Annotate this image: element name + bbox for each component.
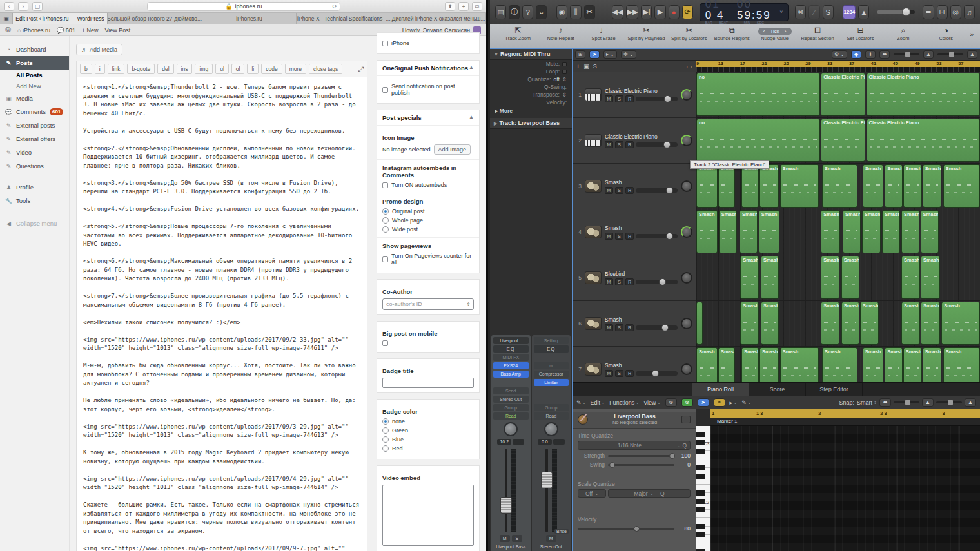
midi-region[interactable]: Smash [740, 256, 759, 299]
track-m-button[interactable]: M [605, 95, 613, 102]
list-editors-icon[interactable]: ≣ [923, 5, 934, 19]
region-param-transpose[interactable]: Transpose:⇕ [490, 91, 572, 99]
track-volume-slider[interactable] [636, 280, 678, 284]
strip-slot[interactable] [493, 379, 529, 386]
velocity-slider[interactable] [578, 528, 674, 530]
controlbar-note-repeat[interactable]: ♪Note Repeat [539, 26, 582, 41]
midi-region[interactable]: Smash [759, 210, 779, 253]
white-key[interactable] [696, 451, 710, 459]
strip-m-button[interactable]: M [546, 535, 556, 542]
midi-region[interactable]: Smash [863, 164, 883, 208]
add-image-button[interactable]: Add Image [434, 144, 471, 155]
editor-pencil-tool[interactable]: ✎ ⌄ [741, 400, 751, 406]
controlbar-split-by-playhead[interactable]: ✂Split by Playhead [625, 26, 667, 41]
midi-region[interactable]: Classic Electric Pi [821, 73, 865, 116]
strip-slot-group[interactable]: Group [534, 404, 569, 411]
co-author-select[interactable]: co-author's ID [382, 298, 474, 310]
catch-playhead-icon[interactable]: ➤ [698, 398, 709, 407]
wordpress-logo-icon[interactable]: Ⓦ [5, 26, 11, 34]
quicktag-ul[interactable]: ul [215, 64, 229, 74]
midi-region[interactable]: Classic Electric Piano [867, 73, 980, 116]
strip-slot-read[interactable]: Read [534, 412, 569, 420]
track-volume-slider[interactable] [636, 325, 678, 330]
region-param-velocity[interactable]: Velocity: [490, 99, 572, 106]
track-m-button[interactable]: M [605, 324, 613, 331]
midi-in-icon[interactable]: ⊛ [665, 398, 677, 407]
editors-icon[interactable]: ✂ [584, 5, 595, 19]
midi-region[interactable]: Smash [882, 210, 900, 253]
quicktag-del[interactable]: del [157, 64, 173, 74]
track-s-button[interactable]: S [615, 141, 623, 148]
midi-region[interactable]: Smash [821, 302, 839, 345]
midi-region[interactable]: Smash [740, 210, 758, 253]
channel-strip-liverpool-bass[interactable]: Liverpool...EQMIDI FXEXS24Bass AmpSendSt… [491, 335, 531, 551]
quicktag-b-quote[interactable]: b-quote [127, 64, 155, 74]
library-icon[interactable]: ▤ [495, 5, 506, 19]
track-r-button[interactable]: R [625, 324, 634, 331]
browser-tab-4[interactable]: Дисплей iPhone X оказался меньш... [391, 13, 486, 24]
quicktag-more[interactable]: more [285, 64, 306, 74]
crossfade-icon[interactable]: ∕ [808, 5, 819, 19]
strip-s-button[interactable]: S [512, 535, 522, 542]
strip-slot-liverpool-[interactable]: Liverpool... [493, 337, 529, 344]
track-lane-4[interactable]: SmashSmashSmashSmashSmashSmashSmashSmash… [696, 209, 980, 255]
fullscreen-icon[interactable]: ⤢ [358, 65, 364, 73]
category-checkbox[interactable] [382, 41, 388, 46]
radio-icon[interactable] [382, 208, 389, 215]
pinned-tab-icon[interactable]: ▣ [0, 13, 13, 24]
midi-region[interactable]: Smash [741, 164, 759, 208]
midi-region[interactable]: Smash [885, 164, 903, 208]
share-icon[interactable]: ⬆ [445, 2, 455, 11]
midi-region[interactable]: Smash [696, 210, 718, 253]
midi-region[interactable]: Smash [761, 302, 779, 345]
white-key[interactable] [696, 510, 710, 518]
midi-thru-icon[interactable]: ➤ [589, 50, 600, 59]
marker-lane[interactable]: Marker 1 [710, 418, 980, 426]
white-key[interactable] [696, 485, 710, 493]
browser-tab-3[interactable]: iPhone X - Technical Specifications -... [297, 13, 391, 24]
horizontal-zoom-slider[interactable] [937, 53, 963, 55]
quicktag-ins[interactable]: ins [177, 64, 193, 74]
track-m-button[interactable]: M [605, 370, 613, 377]
play-button[interactable]: ▶ [654, 5, 665, 19]
track-volume-slider[interactable] [636, 142, 678, 147]
post-content-textarea[interactable]: <strong>1.</strong>&emsp;Thunderbolt 2 -… [76, 77, 368, 551]
controlbar-split-by-locators[interactable]: ✂Split by Locators [668, 26, 710, 41]
track-lane-5[interactable]: SmashSmashSmashSmashSmashSmash [696, 255, 980, 301]
bounce-button[interactable]: Bnce [554, 529, 569, 534]
scale-root-select[interactable]: Off⌄ [578, 489, 606, 498]
volume-fader[interactable] [545, 449, 548, 532]
count-in-button[interactable]: 1234 [843, 5, 856, 19]
midi-region[interactable]: Smash [761, 256, 779, 299]
param-checkbox[interactable] [562, 70, 567, 74]
track-volume-slider[interactable] [636, 371, 678, 376]
strip-slot-midi-fx[interactable]: MIDI FX [493, 354, 529, 361]
nudge-left-icon[interactable]: ‹ [763, 28, 765, 34]
midi-region[interactable]: Smash [719, 210, 737, 253]
snap-select[interactable]: Smart ⇕ [857, 400, 877, 406]
stepper-icon[interactable]: ⇕ [562, 92, 567, 98]
midi-region[interactable]: Classic Electric Piano [867, 119, 980, 162]
secondary-tool[interactable]: ✛ ⌄ [621, 50, 636, 59]
vertical-zoom-slider[interactable] [894, 53, 919, 55]
track-lane-6[interactable]: SmashSmashSmashSmashSmashSmashSmashSmash [696, 301, 980, 347]
track-s-button[interactable]: S [615, 95, 623, 102]
tab-piano-roll[interactable]: Piano Roll [692, 383, 749, 396]
admin-bar-site[interactable]: ⌂ iPhones.ru [17, 27, 50, 34]
autoembeds-checkbox[interactable] [382, 182, 388, 188]
forward-button[interactable]: ▶▶ [626, 5, 638, 19]
lcd-display[interactable]: 01 0 4 BARBEAT 00 59:59 MINSEC ˅ [700, 3, 789, 21]
cycle-range[interactable]: 913172125293337414549535761 [696, 61, 980, 67]
admin-bar-comments[interactable]: 💬 601 [57, 27, 75, 34]
cycle-button[interactable]: ⟳ [682, 5, 693, 19]
snap-gear-icon[interactable]: ⚙ ⌄ [832, 50, 847, 59]
track-lane-1[interactable]: noClassic Electric PiClassic Electric Pi… [696, 72, 980, 118]
track-header-4[interactable]: 4SmashMSR [573, 209, 696, 255]
quicktag-ol[interactable]: ol [231, 64, 245, 74]
track-r-button[interactable]: R [625, 233, 634, 240]
track-r-button[interactable]: R [625, 370, 634, 377]
midi-region[interactable]: Smash [862, 210, 881, 253]
editor-lock2-icon[interactable]: ▲ [965, 398, 976, 407]
sidebar-item-external-posts[interactable]: ✎External posts [0, 119, 69, 132]
track-header-2[interactable]: 2Classic Electric PianoMSR [573, 118, 696, 164]
